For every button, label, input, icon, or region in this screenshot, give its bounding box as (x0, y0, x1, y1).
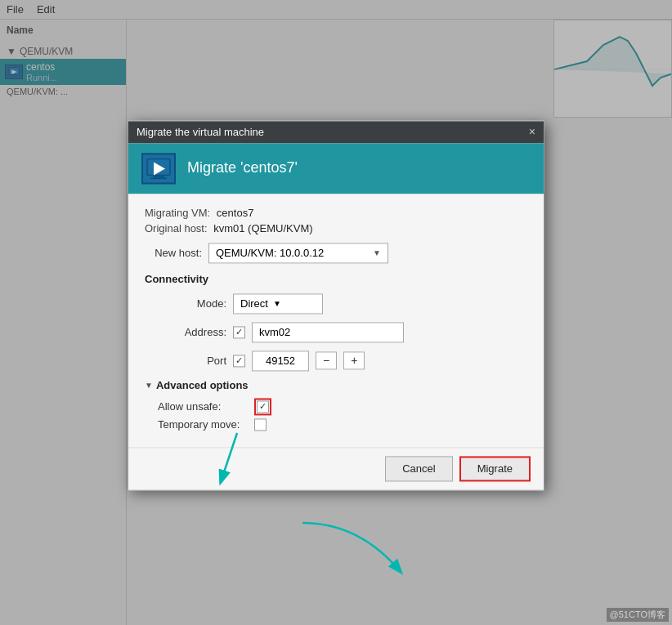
mode-dropdown[interactable]: Direct ▼ (233, 293, 323, 314)
mode-value: Direct (240, 297, 268, 310)
advanced-options-label: Advanced options (156, 379, 249, 391)
dialog-title: Migrate the virtual machine (137, 126, 264, 138)
mode-dropdown-arrow-icon: ▼ (273, 299, 281, 308)
advanced-toggle-icon: ▼ (145, 381, 153, 390)
port-plus-button[interactable]: + (343, 351, 365, 369)
address-input[interactable] (252, 322, 404, 342)
migrating-vm-row: Migrating VM: centos7 (145, 207, 527, 219)
temporary-move-label: Temporary move: (158, 418, 248, 431)
allow-unsafe-row: Allow unsafe: (158, 398, 527, 415)
port-checkbox[interactable] (233, 355, 245, 367)
dropdown-arrow-icon: ▼ (373, 248, 381, 257)
allow-unsafe-red-outline (254, 398, 271, 415)
allow-unsafe-label: Allow unsafe: (158, 400, 248, 413)
dialog-close-button[interactable]: × (529, 126, 535, 137)
port-minus-button[interactable]: − (316, 351, 337, 369)
svg-rect-7 (150, 177, 167, 179)
allow-unsafe-checkbox[interactable] (257, 400, 269, 413)
dialog-header-title: Migrate 'centos7' (187, 159, 298, 176)
temporary-move-checkbox[interactable] (254, 418, 267, 431)
advanced-options-section: ▼ Advanced options Allow unsafe: Tempora… (145, 379, 527, 431)
dialog-header-icon (141, 153, 176, 184)
watermark: @51CTO博客 (607, 608, 669, 622)
mode-row: Mode: Direct ▼ (161, 293, 527, 314)
dialog-titlebar: Migrate the virtual machine × (128, 121, 544, 143)
advanced-options-toggle[interactable]: ▼ Advanced options (145, 379, 527, 391)
port-label: Port (161, 355, 226, 367)
address-label: Address: (161, 326, 226, 338)
temporary-move-row: Temporary move: (158, 418, 527, 431)
address-row: Address: (161, 322, 527, 342)
port-input[interactable] (252, 350, 309, 371)
migrate-button[interactable]: Migrate (459, 456, 531, 481)
migrate-dialog: Migrate the virtual machine × Migrate 'c… (128, 120, 544, 490)
port-row: Port − + (161, 350, 527, 371)
new-host-label: New host: (145, 247, 202, 259)
svg-rect-6 (153, 176, 164, 177)
cancel-button[interactable]: Cancel (385, 456, 452, 481)
connectivity-section-header: Connectivity (145, 273, 527, 285)
new-host-row: New host: QEMU/KVM: 10.0.0.12 ▼ (145, 243, 527, 263)
new-host-dropdown[interactable]: QEMU/KVM: 10.0.0.12 ▼ (208, 243, 388, 263)
dialog-header: Migrate 'centos7' (128, 143, 544, 194)
original-host-row: Original host: kvm01 (QEMU/KVM) (145, 222, 527, 234)
mode-label: Mode: (161, 297, 226, 310)
address-checkbox[interactable] (233, 326, 245, 338)
dialog-content: Migrating VM: centos7 Original host: kvm… (128, 194, 544, 447)
dialog-footer: Cancel Migrate (128, 447, 544, 489)
